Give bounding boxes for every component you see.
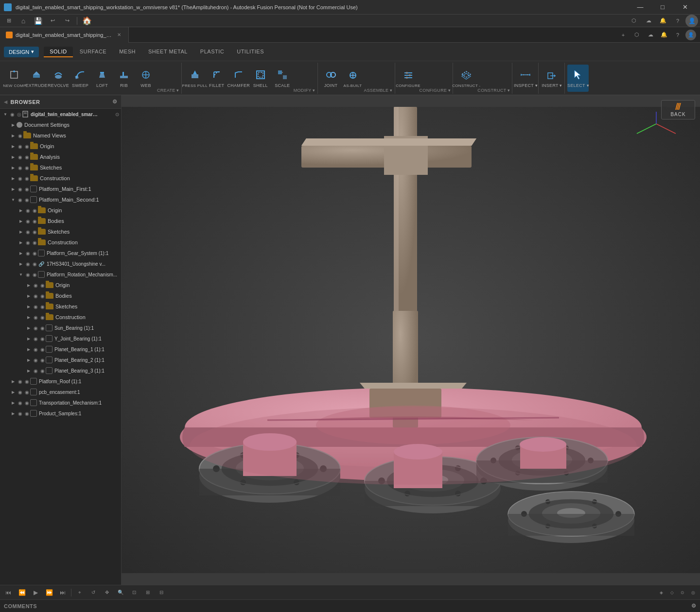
expand-bodies2[interactable]: ▶	[25, 292, 32, 299]
vis2-transportation-mech[interactable]: ◉	[23, 399, 30, 406]
expand-planet-bearing-3[interactable]: ▶	[25, 367, 32, 374]
expand-origin2[interactable]: ▶	[18, 207, 24, 214]
tab-close-button[interactable]: ✕	[116, 32, 122, 38]
tree-item-sun-bearing[interactable]: ▶ ◉ ◉ Sun_Bearing (1):1	[0, 323, 121, 333]
view-orbit-btn[interactable]: ↺	[87, 587, 100, 598]
expand-product-samples[interactable]: ▶	[10, 410, 17, 417]
undo-icon[interactable]: ↩	[46, 15, 59, 27]
vis2-platform-roof[interactable]: ◉	[23, 378, 30, 385]
tree-item-named-views[interactable]: ▶ ◉ Named Views	[0, 130, 121, 141]
expand-platform-main-second[interactable]: ▼	[10, 196, 17, 203]
vis-origin2[interactable]: ◉	[24, 207, 31, 214]
tree-item-pcb-encasement[interactable]: ▶ ◉ ◉ pcb_encasement:1	[0, 387, 121, 397]
vis2-sketches3[interactable]: ◉	[39, 303, 46, 310]
press-pull-tool[interactable]: PRESS PULL	[184, 65, 206, 92]
playback-next-btn[interactable]: ⏩	[43, 587, 55, 598]
vis2-platform-rotation[interactable]: ◉	[31, 271, 38, 278]
playback-first-btn[interactable]: ⏮	[2, 587, 15, 598]
tree-item-planet-bearing-1[interactable]: ▶ ◉ ◉ Planet_Bearing_1 (1):1	[0, 344, 121, 355]
root-settings-icon[interactable]: ⊙	[115, 112, 119, 117]
expand-platform-main-first[interactable]: ▶	[10, 186, 17, 192]
vis-platform-gear-system[interactable]: ◉	[24, 250, 31, 256]
vis2-platform-main-second[interactable]: ◉	[23, 196, 30, 203]
joint-tool[interactable]: JOINT	[320, 65, 342, 92]
tree-item-construction3[interactable]: ▶ ◉ ◉ Construction	[0, 312, 121, 323]
tree-item-product-samples[interactable]: ▶ ◉ ◉ Product_Samples:1	[0, 408, 121, 419]
expand-construction2[interactable]: ▶	[18, 239, 24, 246]
view-zoom-btn[interactable]: 🔍	[114, 587, 127, 598]
expand-origin3[interactable]: ▶	[25, 282, 32, 289]
vis2-origin1[interactable]: ◉	[23, 143, 30, 150]
vis2-planet-bearing-1[interactable]: ◉	[39, 346, 46, 353]
vis-sun-bearing[interactable]: ◉	[32, 324, 39, 331]
tree-item-bodies2[interactable]: ▶ ◉ ◉ Bodies	[0, 290, 121, 301]
expand-platform-gear-system[interactable]: ▶	[18, 250, 24, 256]
notification-icon[interactable]: 🔔	[656, 15, 670, 27]
save-icon[interactable]: 💾	[31, 15, 45, 27]
back-button[interactable]: BACK	[661, 100, 695, 119]
tree-item-17hs3401[interactable]: ▶ ◉ ◉ 🔗 17HS3401_Usongshine v...	[0, 258, 121, 269]
vis-analysis[interactable]: ◉	[17, 153, 23, 160]
view-display-btn[interactable]: ⊞	[141, 587, 154, 598]
expand-analysis[interactable]: ▶	[10, 153, 17, 160]
vis-construction3[interactable]: ◉	[32, 314, 39, 321]
vis2-analysis[interactable]: ◉	[23, 153, 30, 160]
vis-planet-bearing-1[interactable]: ◉	[32, 346, 39, 353]
status-btn-2[interactable]: ◇	[667, 587, 677, 598]
tree-item-construction1[interactable]: ▶ ◉ ◉ Construction	[0, 173, 121, 184]
playback-last-btn[interactable]: ⏭	[56, 587, 69, 598]
vis2-planet-bearing-3[interactable]: ◉	[39, 367, 46, 374]
grid-menu-icon[interactable]: ⊞	[2, 15, 16, 27]
vis2-bodies2[interactable]: ◉	[39, 292, 46, 299]
tree-item-bodies1[interactable]: ▶ ◉ ◉ Bodies	[0, 216, 121, 226]
vis-17hs3401[interactable]: ◉	[24, 260, 31, 267]
vis-pcb-encasement[interactable]: ◉	[17, 389, 23, 395]
tab-main[interactable]: digital_twin_enabled_smart_shipping_work…	[0, 27, 129, 43]
browser-settings-icon[interactable]: ⚙	[112, 99, 118, 105]
rib-tool[interactable]: RIB	[113, 65, 135, 92]
vis-planet-bearing-3[interactable]: ◉	[32, 367, 39, 374]
vis-product-samples[interactable]: ◉	[17, 410, 23, 417]
expand-sketches2[interactable]: ▶	[18, 228, 24, 235]
tree-item-transportation-mech[interactable]: ▶ ◉ ◉ Transportation_Mechanism:1	[0, 397, 121, 408]
tree-item-origin2[interactable]: ▶ ◉ ◉ Origin	[0, 205, 121, 216]
expand-origin1[interactable]: ▶	[10, 143, 17, 150]
vis2-sun-bearing[interactable]: ◉	[39, 324, 46, 331]
tree-item-planet-bearing-2[interactable]: ▶ ◉ ◉ Planet_Bearing_2 (1):1	[0, 355, 121, 365]
home-icon[interactable]: ⌂	[17, 15, 30, 27]
vis2-sketches2[interactable]: ◉	[31, 228, 38, 235]
vis-planet-bearing-2[interactable]: ◉	[32, 357, 39, 363]
maximize-button[interactable]: □	[651, 0, 674, 15]
status-btn-3[interactable]: ⊙	[678, 587, 687, 598]
vis-construction2[interactable]: ◉	[24, 239, 31, 246]
cloud-icon[interactable]: ☁	[642, 15, 655, 27]
expand-pcb-encasement[interactable]: ▶	[10, 389, 17, 395]
vis2-pcb-encasement[interactable]: ◉	[23, 389, 30, 395]
vis2-17hs3401[interactable]: ◉	[31, 260, 38, 267]
extrude-tool[interactable]: EXTRUDE	[26, 65, 47, 92]
light-root[interactable]: ◎	[16, 111, 22, 118]
tree-item-planet-bearing-3[interactable]: ▶ ◉ ◉ Planet_Bearing_3 (1):1	[0, 365, 121, 376]
tree-item-platform-main-second[interactable]: ▼ ◉ ◉ Platform_Main_Second:1	[0, 194, 121, 205]
tab-surface[interactable]: SURFACE	[74, 47, 112, 57]
tree-item-root[interactable]: ▼ ◉ ◎ digital_twin_enabled_smart_s... ⊙	[0, 109, 121, 119]
tree-item-y-joint-bearing[interactable]: ▶ ◉ ◉ Y_Joint_Bearing (1):1	[0, 333, 121, 344]
vis-platform-roof[interactable]: ◉	[17, 378, 23, 385]
vis2-product-samples[interactable]: ◉	[23, 410, 30, 417]
insert-derive-tool[interactable]: INSERT ▾	[541, 65, 562, 92]
vis2-origin3[interactable]: ◉	[39, 282, 46, 289]
vis-construction1[interactable]: ◉	[17, 175, 23, 182]
user-avatar[interactable]: 👤	[685, 30, 696, 40]
expand-platform-roof[interactable]: ▶	[10, 378, 17, 385]
expand-bodies1[interactable]: ▶	[18, 218, 24, 224]
vis-y-joint-bearing[interactable]: ◉	[32, 335, 39, 342]
vis-origin3[interactable]: ◉	[32, 282, 39, 289]
extensions-icon[interactable]: ⬡	[627, 15, 641, 27]
redo-icon[interactable]: ↪	[60, 15, 74, 27]
tree-item-doc-settings[interactable]: ▶ Document Settings	[0, 119, 121, 130]
tree-item-sketches1[interactable]: ▶ ◉ ◉ Sketches	[0, 162, 121, 173]
close-button[interactable]: ✕	[674, 0, 696, 15]
expand-planet-bearing-2[interactable]: ▶	[25, 357, 32, 363]
tree-item-construction2[interactable]: ▶ ◉ ◉ Construction	[0, 237, 121, 248]
tree-item-platform-gear-system[interactable]: ▶ ◉ ◉ Platform_Gear_System (1):1	[0, 248, 121, 258]
